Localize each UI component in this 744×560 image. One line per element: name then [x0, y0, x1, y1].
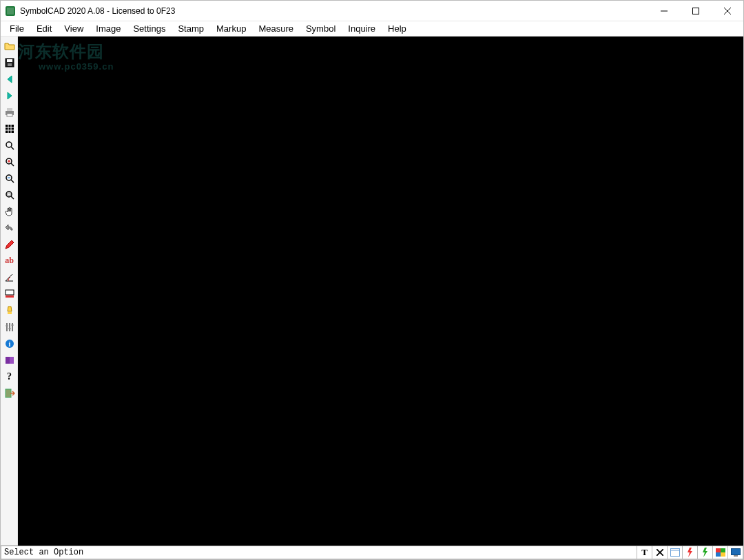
- svg-rect-10: [7, 108, 12, 111]
- magnifier-icon: [4, 140, 15, 151]
- save-button[interactable]: [1, 54, 17, 70]
- screen-button[interactable]: [728, 546, 743, 559]
- svg-rect-7: [7, 59, 12, 62]
- magnifier-fit-icon: [4, 189, 15, 200]
- folder-open-icon: [4, 41, 15, 52]
- zoom-button[interactable]: [1, 137, 17, 153]
- lightning-red-icon: [687, 548, 694, 557]
- svg-rect-28: [8, 193, 10, 196]
- window-title: SymbolCAD 2020 A.08 - Licensed to 0F23: [20, 6, 175, 16]
- pan-button[interactable]: [1, 203, 17, 219]
- svg-rect-49: [731, 549, 740, 555]
- menu-file[interactable]: File: [3, 22, 30, 35]
- window-controls: [648, 1, 743, 21]
- text-mode-button[interactable]: T: [637, 546, 652, 559]
- svg-rect-8: [8, 63, 12, 66]
- menu-inquire[interactable]: Inquire: [342, 22, 382, 35]
- svg-rect-35: [6, 325, 8, 326]
- svg-rect-48: [721, 552, 725, 557]
- svg-rect-46: [721, 548, 725, 552]
- back-button[interactable]: [1, 71, 17, 87]
- floppy-icon: [4, 57, 15, 68]
- zoom-in-button[interactable]: [1, 154, 17, 169]
- manual-button[interactable]: [1, 352, 17, 368]
- measure-angle-button[interactable]: [1, 269, 17, 285]
- arrow-right-icon: [4, 90, 15, 101]
- pencil-icon: [4, 239, 15, 250]
- help-button[interactable]: ?: [1, 369, 17, 384]
- svg-rect-12: [6, 125, 14, 133]
- question-icon: ?: [7, 371, 12, 382]
- grid-button[interactable]: [1, 121, 17, 136]
- svg-point-26: [6, 191, 12, 197]
- svg-point-17: [6, 142, 12, 147]
- open-button[interactable]: [1, 38, 17, 54]
- text-t-icon: T: [641, 547, 648, 558]
- grid-icon: [4, 123, 15, 134]
- svg-rect-1: [7, 8, 14, 14]
- window-mode-button[interactable]: [668, 546, 683, 559]
- svg-rect-29: [6, 295, 14, 298]
- svg-rect-36: [8, 328, 10, 329]
- svg-rect-43: [670, 549, 679, 557]
- undo-button[interactable]: [1, 220, 17, 236]
- svg-rect-50: [734, 555, 738, 557]
- close-button[interactable]: [712, 1, 743, 21]
- arrow-left-icon: [4, 74, 15, 85]
- highlighter-icon: [4, 305, 15, 316]
- svg-rect-47: [716, 552, 721, 557]
- menu-view[interactable]: View: [58, 22, 90, 35]
- menu-measure[interactable]: Measure: [252, 22, 300, 35]
- minimize-button[interactable]: [648, 1, 680, 21]
- menu-symbol[interactable]: Symbol: [300, 22, 342, 35]
- text-button[interactable]: ab: [1, 253, 17, 269]
- app-icon: [5, 6, 16, 17]
- menu-stamp[interactable]: Stamp: [172, 22, 210, 35]
- status-text: Select an Option: [1, 546, 637, 559]
- svg-line-24: [11, 180, 14, 183]
- palette-icon: [716, 548, 725, 557]
- text-ab-icon: ab: [5, 256, 14, 266]
- x-icon: [657, 549, 663, 556]
- zoom-extents-button[interactable]: [1, 187, 17, 203]
- maximize-button[interactable]: [680, 1, 712, 21]
- lightning-green-icon: [702, 548, 709, 557]
- exit-door-icon: [4, 388, 15, 399]
- pencil-button[interactable]: [1, 236, 17, 252]
- svg-line-27: [11, 196, 14, 199]
- window-icon: [670, 548, 680, 557]
- forward-button[interactable]: [1, 87, 17, 103]
- canvas-viewport[interactable]: [18, 37, 743, 546]
- menu-settings[interactable]: Settings: [127, 22, 172, 35]
- print-button[interactable]: [1, 104, 17, 120]
- close-mode-button[interactable]: [652, 546, 668, 559]
- sliders-icon: [4, 322, 15, 333]
- title-bar: SymbolCAD 2020 A.08 - Licensed to 0F23: [1, 1, 743, 21]
- main-area: 河东软件园 www.pc0359.cn ab i ?: [1, 37, 743, 546]
- highlight-button[interactable]: [1, 302, 17, 318]
- green-flag-button[interactable]: [698, 546, 713, 559]
- menu-help[interactable]: Help: [382, 22, 413, 35]
- svg-rect-30: [6, 290, 14, 295]
- menu-image[interactable]: Image: [90, 22, 127, 35]
- undo-arrow-icon: [4, 222, 15, 234]
- magnifier-minus-icon: [4, 173, 15, 184]
- book-icon: [4, 355, 15, 366]
- printer-icon: [4, 107, 15, 118]
- status-bar: Select an Option T: [1, 546, 743, 559]
- svg-line-18: [11, 147, 14, 149]
- menu-edit[interactable]: Edit: [30, 22, 58, 35]
- zoom-out-button[interactable]: [1, 170, 17, 186]
- exit-button[interactable]: [1, 385, 17, 401]
- svg-text:i: i: [8, 340, 10, 348]
- settings-sliders-button[interactable]: [1, 319, 17, 335]
- monitor-icon: [731, 548, 741, 557]
- svg-rect-45: [716, 548, 721, 552]
- svg-line-20: [11, 163, 14, 166]
- palette-button[interactable]: [713, 546, 728, 559]
- red-flag-button[interactable]: [683, 546, 698, 559]
- menu-markup[interactable]: Markup: [210, 22, 252, 35]
- info-button[interactable]: i: [1, 335, 17, 351]
- stamp-button[interactable]: [1, 286, 17, 302]
- svg-rect-37: [11, 324, 13, 326]
